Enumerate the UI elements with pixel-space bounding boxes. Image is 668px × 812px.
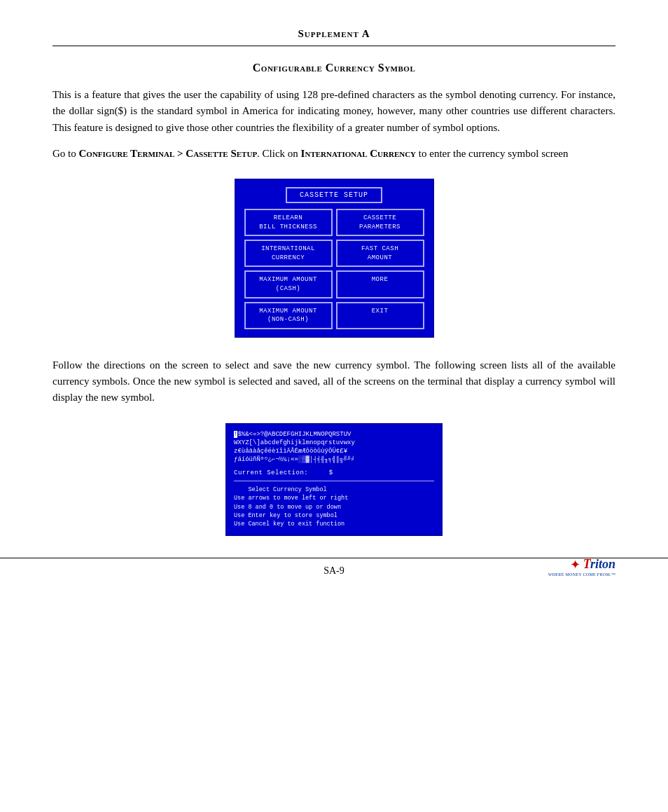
page-header: Supplement A [53, 28, 615, 46]
cassette-button-grid: RELEARNBILL THICKNESS CASSETTEPARAMETERS… [244, 209, 424, 329]
triton-name: Triton [583, 557, 615, 572]
cassette-screenshot-container: CASSETTE SETUP RELEARNBILL THICKNESS CAS… [53, 179, 615, 338]
instructions: Select Currency Symbol Use arrows to mov… [234, 486, 434, 529]
page-container: Supplement A Configurable Currency Symbo… [0, 0, 668, 598]
cassette-screen: CASSETTE SETUP RELEARNBILL THICKNESS CAS… [235, 179, 434, 338]
relearn-bill-btn: RELEARNBILL THICKNESS [244, 209, 333, 236]
currency-screen: !$%&<=>?@ABCDEFGHIJKLMNOPQRSTUV WXYZ[\]a… [225, 423, 443, 536]
fast-cash-btn: FAST CASHAMOUNT [336, 240, 424, 267]
max-amount-cash-btn: MAXIMUM AMOUNT(CASH) [244, 270, 333, 298]
triton-star: ✦ [570, 557, 580, 572]
current-selection: Current Selection: $ [234, 469, 434, 476]
triton-brand: ✦ Triton [570, 557, 615, 572]
char-row-1: !$%&<=>?@ABCDEFGHIJKLMNOPQRSTUV [234, 430, 434, 439]
more-btn: MORE [336, 270, 424, 298]
instruction-2: Use arrows to move left or right [234, 494, 434, 502]
triton-logo: ✦ Triton WHERE MONEY COME FROM.™ [548, 557, 615, 577]
char-row-3: z€ùâäàåçêëèïîìÄÅÉæÆôöòûùÿÖÜ¢£¥ [234, 447, 434, 455]
instruction-3: Use 8 and 0 to move up or down [234, 503, 434, 511]
cassette-title: CASSETTE SETUP [286, 187, 382, 203]
char-highlight: ! [234, 431, 237, 438]
char-row-2: WXYZ[\]abcdefghijklmnopqrstuvwxy [234, 439, 434, 447]
paragraph-2: Go to Configure Terminal > Cassette Setu… [53, 146, 615, 162]
instruction-1: Select Currency Symbol [234, 486, 434, 494]
header-title: Supplement A [298, 28, 370, 39]
instruction-4: Use Enter key to store symbol [234, 511, 434, 520]
section-title: Configurable Currency Symbol [53, 62, 615, 74]
paragraph-3: Follow the directions on the screen to s… [53, 357, 615, 406]
char-grid: !$%&<=>?@ABCDEFGHIJKLMNOPQRSTUV WXYZ[\]a… [234, 430, 434, 465]
cassette-params-btn: CASSETTEPARAMETERS [336, 209, 424, 236]
exit-btn: EXIT [336, 302, 424, 329]
page-footer: SA-9 ✦ Triton WHERE MONEY COME FROM.™ [0, 558, 668, 577]
cassette-title-row: CASSETTE SETUP [244, 187, 424, 203]
instruction-5: Use Cancel key to exit function [234, 520, 434, 528]
paragraph-1: This is a feature that gives the user th… [53, 87, 615, 136]
page-number: SA-9 [53, 565, 615, 577]
divider [234, 481, 434, 481]
max-amount-noncash-btn: MAXIMUM AMOUNT(NON-CASH) [244, 302, 333, 329]
char-row-4: ƒáíóúñÑªº¿⌐¬½¼¡«»░▒▓│┤╡╢╖╕╣║╗╝╜╛ [234, 455, 434, 464]
international-currency-btn: INTERNATIONALCURRENCY [244, 240, 333, 267]
triton-tagline: WHERE MONEY COME FROM.™ [548, 572, 615, 577]
currency-screenshot-container: !$%&<=>?@ABCDEFGHIJKLMNOPQRSTUV WXYZ[\]a… [53, 423, 615, 536]
